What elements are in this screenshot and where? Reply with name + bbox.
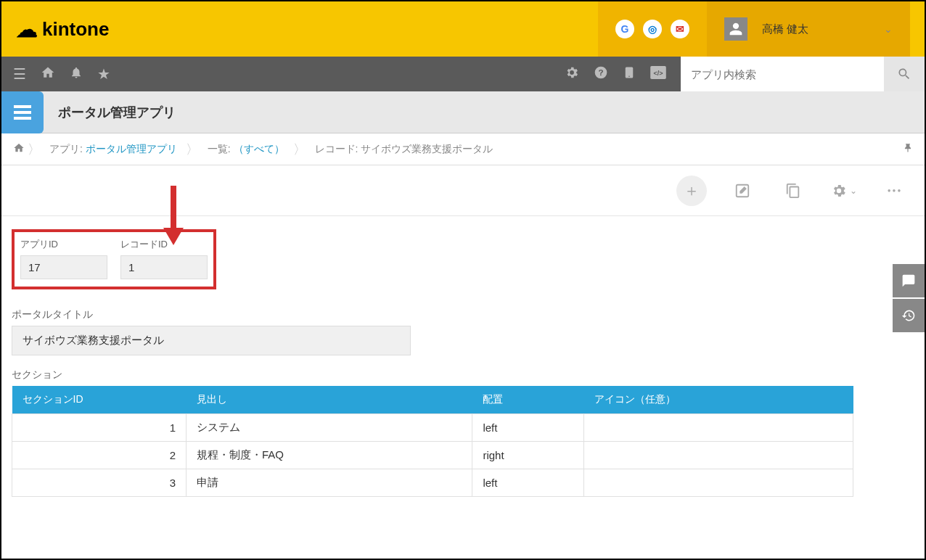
tablet-icon[interactable] [623,66,636,83]
section-table: セクションID 見出し 配置 アイコン（任意） 1 システム left 2 規程… [12,386,853,497]
breadcrumb-list-link[interactable]: （すべて） [234,143,284,155]
breadcrumb-record: レコード: サイボウズ業務支援ポータル [309,143,499,156]
search-box [681,57,925,91]
menu-icon[interactable]: ☰ [13,65,26,83]
global-header: ☁ kintone G ◎ ✉ 高橋 健太 ⌄ [1,1,925,57]
breadcrumb-app: アプリ: ポータル管理アプリ [44,143,183,156]
app-title: ポータル管理アプリ [44,104,176,121]
app-shortcuts: G ◎ ✉ [598,1,707,57]
more-button[interactable]: ●●● [880,176,910,206]
main-toolbar: ☰ ★ ? </> [1,57,925,91]
col-icon: アイコン（任意） [584,386,853,414]
id-highlight-box: アプリID 17 レコードID 1 [12,229,216,289]
outlook-shortcut-icon[interactable]: ◎ [643,20,662,38]
cloud-icon: ☁ [16,17,38,42]
chevron-down-icon: ⌄ [884,23,893,35]
svg-rect-7 [14,111,31,114]
section-label: セクション [12,368,914,382]
search-input[interactable] [681,57,884,91]
mail-shortcut-icon[interactable]: ✉ [671,20,689,38]
breadcrumb-separator: 〉 [186,141,199,158]
help-icon[interactable]: ? [594,65,608,83]
record-id-value: 1 [120,255,208,279]
col-placement: 配置 [472,386,584,414]
breadcrumb-home-icon[interactable] [13,142,25,157]
product-name: kintone [42,18,109,41]
history-tab[interactable] [893,299,925,332]
user-name: 高橋 健太 [762,22,808,36]
comment-tab[interactable] [893,264,925,297]
record-id-label: レコードID [120,238,208,251]
code-icon[interactable]: </> [650,66,666,83]
avatar-icon [724,17,747,41]
gear-icon[interactable] [565,65,579,83]
app-list-icon[interactable] [1,91,44,133]
svg-point-3 [628,75,630,77]
settings-button[interactable]: ⌄ [829,176,859,206]
svg-rect-6 [14,105,31,108]
table-row: 1 システム left [12,414,853,442]
home-icon[interactable] [41,65,55,83]
google-shortcut-icon[interactable]: G [615,20,634,38]
copy-button[interactable] [778,176,808,206]
col-section-id: セクションID [12,386,187,414]
app-title-bar: ポータル管理アプリ [1,91,925,133]
svg-text:?: ? [598,67,603,77]
breadcrumb-separator: 〉 [28,141,41,158]
product-logo[interactable]: ☁ kintone [16,17,109,42]
pin-icon[interactable] [903,143,913,155]
app-id-field: アプリID 17 [20,238,107,279]
app-id-value: 17 [20,255,107,279]
edit-button[interactable] [727,176,758,206]
star-icon[interactable]: ★ [97,65,110,83]
breadcrumb-separator: 〉 [293,141,306,158]
add-button[interactable]: ＋ [676,176,707,206]
table-row: 3 申請 left [12,469,853,497]
bell-icon[interactable] [70,66,83,83]
svg-rect-8 [14,117,31,120]
portal-title-label: ポータルタイトル [12,308,914,321]
app-id-label: アプリID [20,238,107,251]
user-menu[interactable]: 高橋 健太 ⌄ [707,1,910,57]
record-id-field: レコードID 1 [120,238,208,279]
breadcrumb: 〉 アプリ: ポータル管理アプリ 〉 一覧: （すべて） 〉 レコード: サイボ… [1,133,925,165]
breadcrumb-app-link[interactable]: ポータル管理アプリ [86,143,177,155]
record-body: アプリID 17 レコードID 1 ポータルタイトル サイボウズ業務支援ポータル… [1,216,925,510]
search-button[interactable] [884,57,925,91]
side-tabs [893,264,925,334]
col-heading: 見出し [187,386,472,414]
table-row: 2 規程・制度・FAQ right [12,442,853,469]
record-action-bar: ＋ ⌄ ●●● [1,165,925,216]
breadcrumb-list: 一覧: （すべて） [202,143,290,156]
svg-text:</>: </> [653,69,663,76]
portal-title-value: サイボウズ業務支援ポータル [12,326,411,355]
